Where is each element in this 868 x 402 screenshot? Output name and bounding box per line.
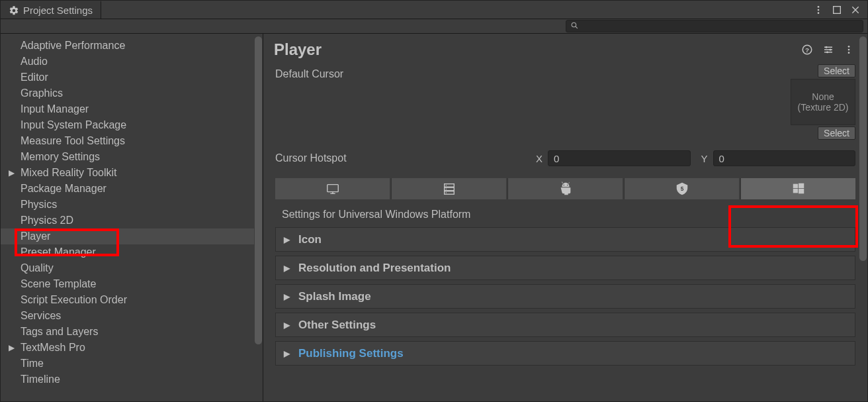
main-scrollbar[interactable] xyxy=(859,36,867,399)
hotspot-x-input[interactable] xyxy=(548,150,691,166)
svg-point-27 xyxy=(445,192,446,193)
sidebar-item-physics-2d[interactable]: Physics 2D xyxy=(1,213,263,228)
x-label: X xyxy=(531,153,542,164)
cursor-type-text: (Texture 2D) xyxy=(797,102,848,113)
platform-tab-webgl[interactable]: 5 xyxy=(624,178,739,199)
foldout-resolution-and-presentation[interactable]: ▶Resolution and Presentation xyxy=(275,256,855,280)
sidebar-item-label: Adaptive Performance xyxy=(21,40,125,52)
foldout-label: Resolution and Presentation xyxy=(298,262,451,275)
sidebar-item-services[interactable]: Services xyxy=(1,308,263,324)
sidebar-item-script-execution-order[interactable]: Script Execution Order xyxy=(1,292,263,308)
svg-rect-34 xyxy=(799,189,804,193)
y-label: Y xyxy=(696,153,708,164)
foldout-other-settings[interactable]: ▶Other Settings xyxy=(275,313,855,337)
sidebar-item-timeline[interactable]: Timeline xyxy=(1,372,263,387)
sidebar-item-label: Package Manager xyxy=(21,183,107,195)
foldout-label: Icon xyxy=(298,233,322,246)
sidebar-item-audio[interactable]: Audio xyxy=(1,54,263,70)
project-settings-window: Project Settings Adaptive PerformanceAud… xyxy=(0,0,868,402)
sidebar-item-tags-and-layers[interactable]: Tags and Layers xyxy=(1,324,263,340)
svg-point-28 xyxy=(563,185,564,185)
sidebar-item-label: Graphics xyxy=(21,87,63,99)
webgl-icon: 5 xyxy=(675,181,689,196)
foldout-label: Other Settings xyxy=(298,319,376,332)
svg-point-26 xyxy=(445,189,446,189)
close-icon[interactable] xyxy=(850,5,861,15)
sidebar-item-quality[interactable]: Quality xyxy=(1,260,263,276)
sidebar-item-label: Editor xyxy=(21,72,48,83)
sidebar-item-label: Input Manager xyxy=(21,103,89,115)
sidebar-item-label: Script Execution Order xyxy=(21,294,127,306)
sidebar-scroll-thumb[interactable] xyxy=(255,36,262,344)
maximize-icon[interactable] xyxy=(832,5,842,15)
sidebar-item-label: Tags and Layers xyxy=(21,326,98,338)
sidebar-item-label: Player xyxy=(21,230,50,242)
svg-point-14 xyxy=(830,49,832,51)
sidebar-item-physics[interactable]: Physics xyxy=(1,197,263,213)
foldout-splash-image[interactable]: ▶Splash Image xyxy=(275,284,855,309)
foldout-icon[interactable]: ▶Icon xyxy=(275,227,855,252)
tab-label: Project Settings xyxy=(23,5,93,16)
svg-rect-31 xyxy=(793,184,797,188)
foldout-arrow-icon: ▶ xyxy=(284,349,292,358)
hotspot-y-input[interactable] xyxy=(713,150,856,166)
svg-text:5: 5 xyxy=(680,186,683,192)
sidebar-item-input-manager[interactable]: Input Manager xyxy=(1,101,263,117)
sidebar-item-scene-template[interactable]: Scene Template xyxy=(1,276,263,292)
main-scroll-thumb[interactable] xyxy=(859,36,867,261)
sidebar-item-input-system-package[interactable]: Input System Package xyxy=(1,117,263,133)
sidebar-item-adaptive-performance[interactable]: Adaptive Performance xyxy=(1,38,263,54)
foldout-label: Publishing Settings xyxy=(298,347,404,360)
cursor-select-bottom-button[interactable]: Select xyxy=(818,126,855,140)
sidebar-scrollbar[interactable] xyxy=(254,36,263,399)
sidebar-item-preset-manager[interactable]: Preset Manager xyxy=(1,244,263,260)
svg-point-17 xyxy=(848,49,850,51)
cursor-select-top-button[interactable]: Select xyxy=(818,64,855,77)
sidebar-item-graphics[interactable]: Graphics xyxy=(1,85,263,101)
titlebar: Project Settings xyxy=(1,1,867,19)
window-controls xyxy=(806,1,867,19)
platform-tab-standalone[interactable] xyxy=(275,178,390,199)
platform-tabs: 5 xyxy=(275,178,855,199)
sidebar-item-package-manager[interactable]: Package Manager xyxy=(1,181,263,197)
cursor-hotspot-row: Cursor Hotspot X Y xyxy=(275,150,855,166)
sidebar-item-textmesh-pro[interactable]: ▶TextMesh Pro xyxy=(1,340,263,356)
foldout-publishing-settings[interactable]: ▶Publishing Settings xyxy=(275,341,855,366)
page-title: Player xyxy=(274,40,801,59)
svg-point-29 xyxy=(567,185,568,185)
default-cursor-row: Default Cursor Select None (Texture 2D) … xyxy=(275,64,855,141)
sidebar-item-editor[interactable]: Editor xyxy=(1,70,263,85)
svg-rect-3 xyxy=(834,6,841,13)
sidebar-item-label: Audio xyxy=(21,56,48,68)
sidebar-item-mixed-reality-toolkit[interactable]: ▶Mixed Reality Toolkit xyxy=(1,165,263,181)
tab-project-settings[interactable]: Project Settings xyxy=(1,1,101,19)
sidebar-item-memory-settings[interactable]: Memory Settings xyxy=(1,149,263,165)
cursor-hotspot-label: Cursor Hotspot xyxy=(275,152,525,164)
foldout-arrow-icon: ▶ xyxy=(284,321,292,330)
search-icon xyxy=(570,21,581,32)
sidebar-item-label: TextMesh Pro xyxy=(21,342,85,354)
svg-point-25 xyxy=(445,185,446,185)
context-menu-icon[interactable] xyxy=(844,44,854,55)
expand-arrow-icon[interactable]: ▶ xyxy=(9,343,18,352)
svg-rect-33 xyxy=(793,189,797,193)
cursor-texture-slot[interactable]: None (Texture 2D) xyxy=(791,79,855,125)
presets-icon[interactable] xyxy=(822,44,834,56)
sidebar-item-time[interactable]: Time xyxy=(1,356,263,372)
svg-point-2 xyxy=(818,12,820,14)
sidebar-item-measure-tool-settings[interactable]: Measure Tool Settings xyxy=(1,133,263,149)
search-field[interactable] xyxy=(566,20,863,32)
platform-tab-uwp[interactable] xyxy=(740,178,855,199)
platform-tab-dedicated-server[interactable] xyxy=(391,178,506,199)
android-icon xyxy=(558,181,573,196)
settings-sidebar: Adaptive PerformanceAudioEditorGraphicsI… xyxy=(1,34,263,401)
platform-tab-android[interactable] xyxy=(507,178,623,199)
sidebar-item-player[interactable]: Player xyxy=(1,228,263,244)
foldout-arrow-icon: ▶ xyxy=(284,235,292,244)
search-input[interactable] xyxy=(585,21,859,31)
help-icon[interactable]: ? xyxy=(801,44,813,56)
more-icon[interactable] xyxy=(813,5,824,15)
main-header: Player ? xyxy=(263,40,867,64)
expand-arrow-icon[interactable]: ▶ xyxy=(9,168,18,177)
uwp-icon xyxy=(791,181,806,196)
